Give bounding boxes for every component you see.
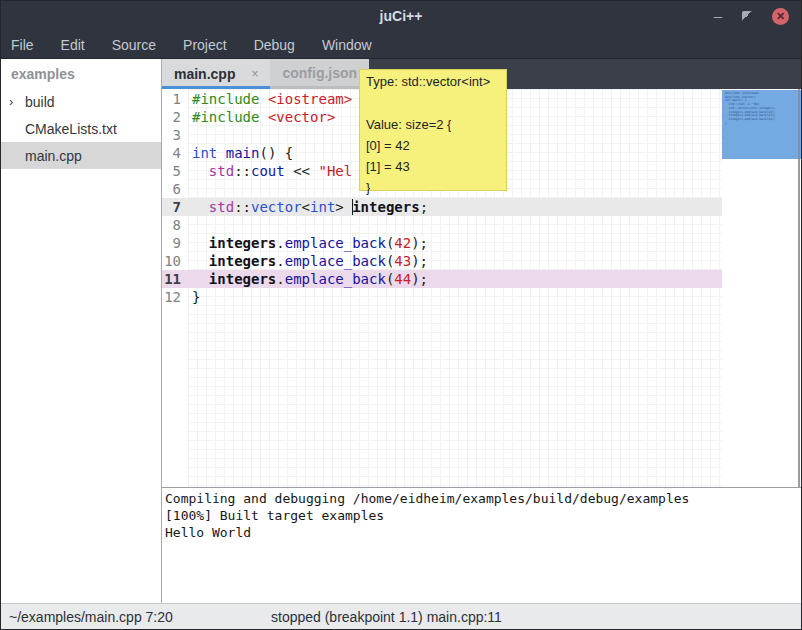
code-text xyxy=(188,180,192,198)
terminal-output[interactable]: Compiling and debugging /home/eidheim/ex… xyxy=(162,487,801,603)
debug-value-tooltip: Type: std::vector<int>Value: size=2 { [0… xyxy=(359,69,507,191)
tooltip-value-line: [1] = 43 xyxy=(366,159,410,174)
code-text: #include <vector> xyxy=(188,108,335,126)
line-number: 6 xyxy=(162,180,188,198)
line-number: 12 xyxy=(162,288,188,306)
code-line-12: 12} xyxy=(162,288,722,306)
code-text: } xyxy=(188,288,200,306)
terminal-line: [100%] Built target examples xyxy=(165,507,801,524)
line-number: 8 xyxy=(162,216,188,234)
status-file-position: ~/examples/main.cpp 7:20 xyxy=(9,609,173,625)
code-text: integers.emplace_back(43); xyxy=(188,252,428,270)
code-line-8: 8 xyxy=(162,216,722,234)
tab-main-cpp[interactable]: main.cpp× xyxy=(162,59,270,89)
menu-item-window[interactable]: Window xyxy=(322,33,372,57)
line-number: 5 xyxy=(162,162,188,180)
line-number: 10 xyxy=(162,252,188,270)
code-text: std::vector<int> integers; xyxy=(188,198,428,216)
line-number: 9 xyxy=(162,234,188,252)
minimap[interactable]: #include <iostream>#include <vector>int … xyxy=(722,90,801,159)
status-bar: ~/examples/main.cpp 7:20 stopped (breakp… xyxy=(1,603,801,629)
tab-config-json[interactable]: config.json xyxy=(270,59,369,89)
tooltip-value-line: } xyxy=(366,180,370,195)
sidebar-item-cmakelists-txt[interactable]: CMakeLists.txt xyxy=(1,115,161,142)
menu-item-edit[interactable]: Edit xyxy=(61,33,85,57)
chevron-right-icon[interactable]: › xyxy=(9,94,25,109)
line-number: 2 xyxy=(162,108,188,126)
code-text xyxy=(188,216,192,234)
sidebar-item-main-cpp[interactable]: main.cpp xyxy=(1,142,161,169)
minimap-line: } xyxy=(725,122,801,126)
terminal-line: Hello World xyxy=(165,524,801,541)
sidebar-item-build[interactable]: ›build xyxy=(1,88,161,115)
file-label: CMakeLists.txt xyxy=(25,121,117,137)
file-label: build xyxy=(25,94,55,110)
code-text: std::cout << "Hel xyxy=(188,162,352,180)
text-caret xyxy=(352,199,353,215)
file-label: main.cpp xyxy=(25,148,82,164)
menu-item-file[interactable]: File xyxy=(11,33,34,57)
menu-item-debug[interactable]: Debug xyxy=(254,33,295,57)
line-number: 1 xyxy=(162,90,188,108)
app-window: juCi++ – ✕ FileEditSourceProjectDebugWin… xyxy=(0,0,802,630)
code-text: int main() { xyxy=(188,144,293,162)
code-line-11: 11 integers.emplace_back(44); xyxy=(162,270,722,288)
code-text xyxy=(188,126,192,144)
file-tree-sidebar: examples ›buildCMakeLists.txtmain.cpp xyxy=(1,59,162,603)
menu-item-source[interactable]: Source xyxy=(112,33,156,57)
status-debug-state: stopped (breakpoint 1.1) main.cpp:11 xyxy=(271,609,502,625)
tooltip-type-line: Type: std::vector<int> xyxy=(366,74,490,89)
main-pane: main.cpp×config.json 1#include <iostream… xyxy=(162,59,801,603)
code-line-7: 7 std::vector<int> integers; xyxy=(162,198,722,216)
tooltip-value-line: [0] = 42 xyxy=(366,138,410,153)
project-name: examples xyxy=(1,59,161,88)
tab-label: config.json xyxy=(282,65,357,81)
maximize-icon[interactable] xyxy=(742,11,752,21)
tooltip-value-line: Value: size=2 { xyxy=(366,117,451,132)
title-bar: juCi++ – ✕ xyxy=(1,1,801,31)
content: examples ›buildCMakeLists.txtmain.cpp ma… xyxy=(1,59,801,603)
minimize-icon[interactable]: – xyxy=(714,11,722,21)
window-title: juCi++ xyxy=(380,8,423,24)
code-text: integers.emplace_back(44); xyxy=(188,270,428,288)
menu-bar: FileEditSourceProjectDebugWindow xyxy=(1,31,801,59)
line-number: 3 xyxy=(162,126,188,144)
line-number: 11 xyxy=(162,270,188,288)
code-text: #include <iostream> xyxy=(188,90,352,108)
code-text: integers.emplace_back(42); xyxy=(188,234,428,252)
window-controls: – ✕ xyxy=(714,1,789,31)
code-line-9: 9 integers.emplace_back(42); xyxy=(162,234,722,252)
tab-close-icon[interactable]: × xyxy=(251,67,258,81)
tab-label: main.cpp xyxy=(174,66,235,82)
terminal-line: Compiling and debugging /home/eidheim/ex… xyxy=(165,490,801,507)
menu-item-project[interactable]: Project xyxy=(183,33,227,57)
code-line-10: 10 integers.emplace_back(43); xyxy=(162,252,722,270)
line-number: 7 xyxy=(162,198,188,216)
editor-scrollbar[interactable] xyxy=(798,89,800,487)
close-icon[interactable]: ✕ xyxy=(772,8,789,25)
line-number: 4 xyxy=(162,144,188,162)
